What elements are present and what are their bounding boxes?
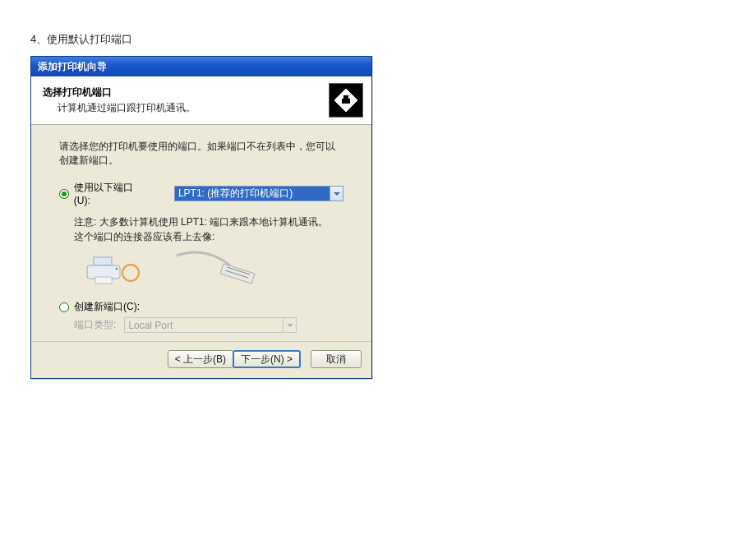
port-type-select: Local Port	[124, 317, 297, 333]
page-caption: 4、使用默认打印端口	[30, 32, 132, 47]
wizard-header-title: 选择打印机端口	[43, 85, 329, 99]
highlight-circle-icon	[122, 264, 140, 282]
create-port-radio-row[interactable]: 创建新端口(C):	[59, 300, 343, 314]
port-note-text: 注意: 大多数计算机使用 LPT1: 端口来跟本地计算机通讯。这个端口的连接器应…	[74, 214, 337, 244]
cable-connector-icon	[173, 249, 271, 287]
port-type-row: 端口类型: Local Port	[74, 317, 343, 333]
create-port-radio[interactable]	[59, 302, 69, 312]
back-button[interactable]: < 上一步(B)	[168, 350, 233, 368]
svg-rect-5	[95, 277, 112, 284]
wizard-header-pane: 选择打印机端口 计算机通过端口跟打印机通讯。	[31, 76, 371, 125]
next-button[interactable]: 下一步(N) >	[233, 350, 301, 368]
svg-rect-3	[94, 257, 112, 265]
svg-point-6	[116, 268, 118, 270]
wizard-content-pane: 请选择您的打印机要使用的端口。如果端口不在列表中，您可以创建新端口。 使用以下端…	[31, 125, 371, 341]
printer-diamond-icon	[329, 83, 363, 118]
use-port-radio[interactable]	[59, 189, 69, 199]
wizard-button-bar: < 上一步(B) 下一步(N) > 取消	[31, 341, 371, 378]
svg-rect-1	[342, 99, 350, 104]
instruction-text: 请选择您的打印机要使用的端口。如果端口不在列表中，您可以创建新端口。	[59, 140, 343, 168]
use-port-radio-row[interactable]: 使用以下端口(U): LPT1: (推荐的打印机端口)	[59, 181, 343, 206]
create-port-label: 创建新端口(C):	[74, 300, 140, 314]
chevron-down-icon	[283, 318, 296, 332]
chevron-down-icon[interactable]	[330, 187, 343, 201]
port-type-label: 端口类型:	[74, 318, 116, 332]
svg-rect-2	[343, 95, 348, 99]
window-title: 添加打印机向导	[38, 60, 107, 74]
port-select-value: LPT1: (推荐的打印机端口)	[178, 187, 293, 201]
wizard-header-text: 选择打印机端口 计算机通过端口跟打印机通讯。	[43, 85, 329, 115]
back-next-group: < 上一步(B) 下一步(N) >	[168, 350, 301, 368]
cancel-button[interactable]: 取消	[311, 350, 362, 368]
port-select[interactable]: LPT1: (推荐的打印机端口)	[174, 186, 343, 201]
window-titlebar[interactable]: 添加打印机向导	[31, 57, 371, 76]
port-type-value: Local Port	[128, 320, 173, 331]
wizard-header-subtitle: 计算机通过端口跟打印机通讯。	[58, 101, 329, 115]
add-printer-wizard-window: 添加打印机向导 选择打印机端口 计算机通过端口跟打印机通讯。 请选择您的打印机要…	[30, 56, 372, 379]
connector-illustration	[82, 249, 279, 290]
use-port-label: 使用以下端口(U):	[74, 181, 148, 206]
